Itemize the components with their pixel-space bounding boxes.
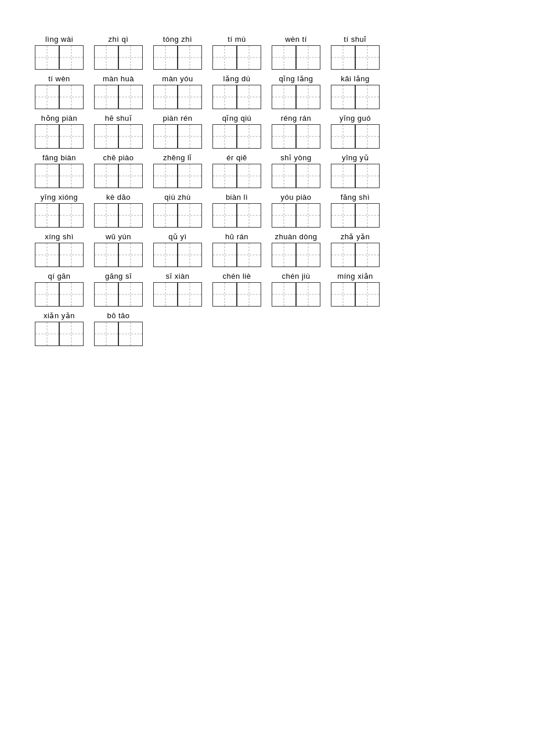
char-box bbox=[296, 45, 320, 70]
pinyin-label: chén jiù bbox=[282, 272, 311, 280]
char-box bbox=[272, 203, 296, 228]
char-box bbox=[153, 203, 178, 228]
char-boxes bbox=[331, 85, 380, 109]
pinyin-label: wèn tí bbox=[285, 35, 307, 44]
char-boxes bbox=[272, 45, 320, 70]
char-box bbox=[296, 124, 320, 149]
char-boxes bbox=[331, 203, 380, 228]
char-boxes bbox=[272, 85, 320, 109]
word-group: yóu piào bbox=[272, 193, 320, 228]
char-box bbox=[355, 203, 380, 228]
char-box bbox=[59, 85, 84, 109]
pinyin-label: biàn lì bbox=[226, 193, 248, 201]
word-group: xíng shì bbox=[35, 232, 84, 267]
word-group: piàn rén bbox=[153, 114, 202, 149]
pinyin-label: tí wèn bbox=[48, 74, 70, 83]
pinyin-label: sī xiàn bbox=[165, 272, 189, 280]
word-row: fāng biànchē piàozhěng lǐér qiěshǐ yòngy… bbox=[35, 153, 499, 188]
char-boxes bbox=[153, 203, 202, 228]
char-box bbox=[237, 243, 261, 267]
word-group: biàn lì bbox=[212, 193, 261, 228]
char-box bbox=[331, 164, 355, 188]
word-group: wū yún bbox=[94, 232, 143, 267]
pinyin-label: lìng wài bbox=[45, 35, 73, 44]
pinyin-label: xiǎn yǎn bbox=[44, 311, 75, 320]
char-box bbox=[272, 164, 296, 188]
word-row: tí wènmàn huàmàn yóulǎng dúqǐng lǎngkāi … bbox=[35, 74, 499, 109]
char-box bbox=[59, 243, 84, 267]
word-group: tí mù bbox=[212, 35, 261, 70]
char-box bbox=[331, 45, 355, 70]
word-group: réng rán bbox=[272, 114, 320, 149]
pinyin-label: màn yóu bbox=[162, 74, 193, 83]
char-box bbox=[178, 164, 202, 188]
char-box bbox=[153, 282, 178, 307]
char-boxes bbox=[212, 164, 261, 188]
char-box bbox=[272, 243, 296, 267]
char-boxes bbox=[331, 164, 380, 188]
char-box bbox=[178, 124, 202, 149]
word-group: bō tāo bbox=[94, 311, 143, 346]
word-group: chén jiù bbox=[272, 272, 320, 307]
word-group: fāng shì bbox=[331, 193, 380, 228]
char-box bbox=[59, 164, 84, 188]
word-group: zhì qì bbox=[94, 35, 143, 70]
char-box bbox=[118, 282, 143, 307]
pinyin-label: hē shuǐ bbox=[105, 114, 132, 123]
char-boxes bbox=[212, 243, 261, 267]
pinyin-label: tí mù bbox=[228, 35, 246, 44]
word-row: lìng wàizhì qìtóng zhìtí mùwèn títí shuǐ bbox=[35, 35, 499, 70]
char-box bbox=[153, 45, 178, 70]
char-box bbox=[355, 164, 380, 188]
char-boxes bbox=[94, 85, 143, 109]
char-boxes bbox=[35, 164, 84, 188]
char-boxes bbox=[153, 45, 202, 70]
char-boxes bbox=[35, 85, 84, 109]
char-box bbox=[35, 164, 59, 188]
char-box bbox=[237, 85, 261, 109]
pinyin-label: kāi lǎng bbox=[341, 74, 370, 83]
word-group: gāng sī bbox=[94, 272, 143, 307]
char-boxes bbox=[94, 164, 143, 188]
char-box bbox=[153, 243, 178, 267]
char-box bbox=[118, 85, 143, 109]
char-box bbox=[272, 45, 296, 70]
word-group: màn yóu bbox=[153, 74, 202, 109]
char-boxes bbox=[331, 282, 380, 307]
char-box bbox=[237, 203, 261, 228]
char-boxes bbox=[272, 243, 320, 267]
char-box bbox=[331, 282, 355, 307]
char-boxes bbox=[272, 164, 320, 188]
char-boxes bbox=[153, 282, 202, 307]
word-row: qí gāngāng sīsī xiànchén lièchén jiùmíng… bbox=[35, 272, 499, 307]
char-box bbox=[296, 203, 320, 228]
word-group: ér qiě bbox=[212, 153, 261, 188]
word-group: qiú zhù bbox=[153, 193, 202, 228]
char-boxes bbox=[94, 322, 143, 346]
char-box bbox=[212, 85, 237, 109]
char-box bbox=[35, 243, 59, 267]
main-grid: lìng wàizhì qìtóng zhìtí mùwèn títí shuǐ… bbox=[35, 35, 499, 351]
char-box bbox=[212, 282, 237, 307]
char-box bbox=[212, 45, 237, 70]
pinyin-label: zhěng lǐ bbox=[163, 153, 192, 162]
word-group: tóng zhì bbox=[153, 35, 202, 70]
char-box bbox=[272, 85, 296, 109]
pinyin-label: qí gān bbox=[48, 272, 70, 280]
char-box bbox=[331, 203, 355, 228]
word-group: qǐng qiú bbox=[212, 114, 261, 149]
word-group: chén liè bbox=[212, 272, 261, 307]
word-group: míng xiǎn bbox=[331, 272, 380, 307]
pinyin-label: bō tāo bbox=[107, 311, 129, 320]
char-box bbox=[35, 322, 59, 346]
pinyin-label: hǒng piàn bbox=[41, 114, 77, 123]
char-boxes bbox=[212, 124, 261, 149]
word-group: wèn tí bbox=[272, 35, 320, 70]
pinyin-label: yīng xióng bbox=[41, 193, 78, 201]
pinyin-label: zhì qì bbox=[109, 35, 129, 44]
char-box bbox=[355, 124, 380, 149]
char-box bbox=[153, 85, 178, 109]
char-box bbox=[212, 164, 237, 188]
char-boxes bbox=[35, 124, 84, 149]
pinyin-label: fāng shì bbox=[341, 193, 370, 201]
